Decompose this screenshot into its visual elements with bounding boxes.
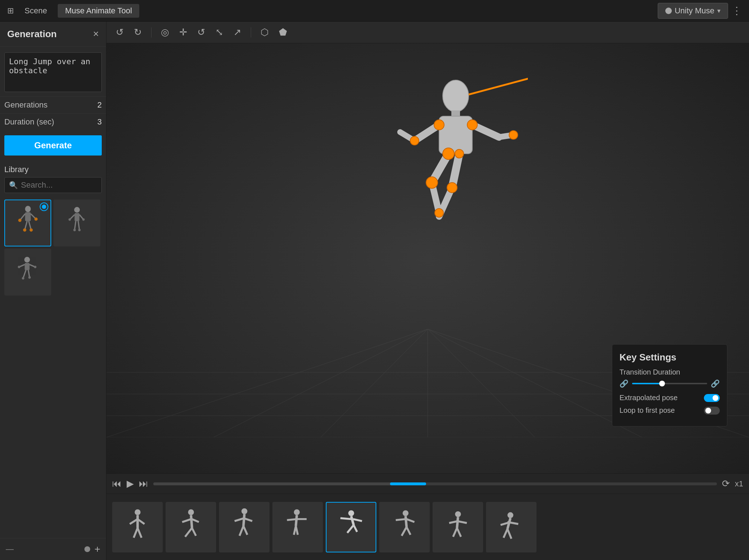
svg-line-93 xyxy=(354,525,357,532)
svg-point-58 xyxy=(455,149,464,158)
svg-line-84 xyxy=(287,519,297,520)
svg-line-110 xyxy=(503,529,507,538)
loop-button[interactable]: ⟳ xyxy=(722,478,730,489)
duration-value: 3 xyxy=(97,117,102,127)
scale-icon[interactable]: ⤡ xyxy=(213,25,225,39)
svg-line-91 xyxy=(353,519,362,521)
svg-line-15 xyxy=(74,221,75,230)
svg-line-95 xyxy=(406,516,407,527)
library-thumb-2[interactable] xyxy=(53,200,100,246)
generate-button[interactable]: Generate xyxy=(4,135,102,156)
muse-animate-tab[interactable]: Muse Animate Tool xyxy=(58,4,139,18)
svg-point-94 xyxy=(403,510,408,516)
transition-duration-label: Transition Duration xyxy=(619,368,720,376)
viewport[interactable]: + Key Settings Transition Duration 🔗 🔗 xyxy=(106,43,749,473)
svg-point-56 xyxy=(509,131,518,139)
play-button[interactable]: ▶ xyxy=(127,478,134,489)
unity-muse-button[interactable]: Unity Muse ▾ xyxy=(658,3,728,19)
timeline-controls: ⏮ ▶ ⏭ ⟳ x1 xyxy=(106,474,749,494)
svg-rect-22 xyxy=(25,263,29,270)
svg-point-8 xyxy=(34,217,38,220)
timeline-progress xyxy=(153,482,407,485)
toolbar-sep-1 xyxy=(151,27,152,38)
loop-to-first-pose-toggle[interactable] xyxy=(704,407,720,415)
svg-rect-43 xyxy=(451,110,460,116)
svg-point-59 xyxy=(426,177,438,188)
svg-line-31 xyxy=(106,329,428,437)
keyframe-5[interactable] xyxy=(326,502,376,552)
extrapolated-pose-label: Extrapolated pose xyxy=(619,394,678,402)
svg-point-55 xyxy=(410,136,419,145)
extrapolated-pose-row: Extrapolated pose xyxy=(619,394,720,402)
extrapolated-pose-toggle[interactable] xyxy=(704,394,720,402)
keyframe-2[interactable] xyxy=(166,502,216,552)
slider-left-icon: 🔗 xyxy=(619,379,628,388)
sidebar-plus-button[interactable]: + xyxy=(95,543,100,555)
svg-rect-12 xyxy=(74,213,79,221)
svg-line-87 xyxy=(296,526,298,535)
transition-slider[interactable] xyxy=(632,383,707,384)
export-icon[interactable]: ⬡ xyxy=(258,25,271,39)
svg-point-82 xyxy=(294,509,299,515)
keyframe-4[interactable] xyxy=(272,502,323,552)
timeline-scrubber[interactable] xyxy=(153,482,717,485)
save-icon[interactable]: ⬟ xyxy=(277,25,289,39)
search-input[interactable] xyxy=(21,180,120,190)
keyframe-3[interactable] xyxy=(219,502,270,552)
sidebar-minus[interactable]: — xyxy=(6,544,14,554)
keyframe-8[interactable] xyxy=(486,502,536,552)
svg-line-77 xyxy=(243,514,244,526)
generations-field: Generations 2 xyxy=(0,96,106,113)
svg-point-10 xyxy=(29,228,32,232)
prompt-textarea[interactable]: Long Jump over an obstacle xyxy=(4,52,102,92)
key-settings-panel: Key Settings Transition Duration 🔗 🔗 Ext… xyxy=(612,344,727,426)
library-thumb-3[interactable] xyxy=(4,249,51,296)
fast-forward-button[interactable]: ⏭ xyxy=(139,478,148,489)
svg-line-71 xyxy=(191,515,192,528)
svg-line-68 xyxy=(133,528,137,538)
svg-point-27 xyxy=(18,266,20,268)
redo-button[interactable]: ↻ xyxy=(132,25,144,39)
muse-icon xyxy=(665,8,672,14)
transform-icon[interactable]: ✛ xyxy=(177,25,189,39)
close-button[interactable]: × xyxy=(93,28,99,40)
timeline-highlight xyxy=(390,482,426,485)
undo-button[interactable]: ↺ xyxy=(114,25,126,39)
zoom-indicator xyxy=(84,546,90,552)
keyframe-7[interactable] xyxy=(433,502,483,552)
library-thumb-1[interactable] xyxy=(4,200,51,246)
rotate-icon[interactable]: ↺ xyxy=(195,25,207,39)
svg-line-90 xyxy=(340,518,351,519)
svg-point-76 xyxy=(241,508,247,514)
more-options-icon[interactable]: ⋮ xyxy=(732,5,742,17)
keyframe-1[interactable] xyxy=(112,502,163,552)
svg-rect-44 xyxy=(439,116,472,154)
loop-to-first-pose-row: Loop to first pose xyxy=(619,406,720,415)
svg-line-92 xyxy=(347,525,354,533)
svg-point-7 xyxy=(18,219,21,222)
svg-line-25 xyxy=(23,270,26,278)
duration-label: Duration (sec) xyxy=(4,117,54,127)
svg-line-89 xyxy=(351,516,354,525)
scene-tab[interactable]: Scene xyxy=(19,4,52,18)
keyframe-6[interactable] xyxy=(379,502,430,552)
rewind-button[interactable]: ⏮ xyxy=(112,478,122,489)
svg-point-42 xyxy=(443,80,469,112)
sidebar: Generation × Long Jump over an obstacle … xyxy=(0,22,106,560)
svg-point-54 xyxy=(467,120,477,130)
svg-line-99 xyxy=(406,527,410,535)
svg-point-57 xyxy=(443,148,454,159)
svg-line-96 xyxy=(396,519,406,520)
svg-line-72 xyxy=(182,519,191,522)
svg-point-61 xyxy=(435,209,443,217)
transition-slider-row: 🔗 🔗 xyxy=(619,379,720,388)
svg-point-18 xyxy=(82,218,85,221)
svg-point-53 xyxy=(434,120,444,130)
main-layout: Generation × Long Jump over an obstacle … xyxy=(0,22,749,560)
target-icon[interactable]: ◎ xyxy=(159,25,171,39)
cursor-icon[interactable]: ↗ xyxy=(231,25,244,39)
svg-line-36 xyxy=(428,329,642,437)
svg-point-20 xyxy=(78,229,80,231)
content-area: ↺ ↻ ◎ ✛ ↺ ⤡ ↗ ⬡ ⬟ xyxy=(106,22,749,560)
svg-line-105 xyxy=(457,528,461,537)
